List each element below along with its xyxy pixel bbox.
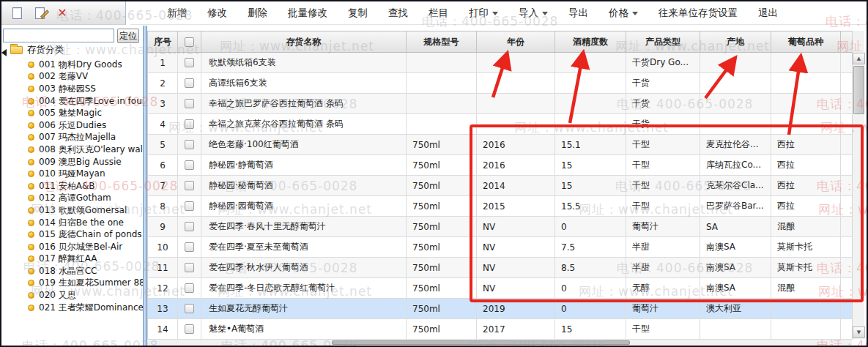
column-header-year[interactable]: 年份 (477, 31, 555, 53)
row-checkbox[interactable] (185, 222, 194, 231)
column-header-spec[interactable]: 规格型号 (407, 31, 477, 53)
vertical-scrollbar[interactable]: ▲ ▼ (852, 31, 864, 339)
table-row[interactable]: 4 幸福之旅克莱尔谷西拉葡萄酒 条码 干货 (148, 114, 852, 135)
sidebar-category-item[interactable]: 006 乐逗Dudies (1, 119, 143, 132)
table-row[interactable]: 6 静秘园·静葡萄酒 750ml 2016 15 干型 库纳瓦拉Co... 西拉 (148, 155, 852, 176)
menu-item-label: 修改 (207, 7, 227, 20)
cell-seq: 4 (148, 114, 178, 135)
vertical-scroll-thumb[interactable] (853, 66, 864, 114)
table-row[interactable]: 14 魅桀•A葡萄酒 750ml 2017 15 干型 (148, 319, 852, 340)
menu-item[interactable]: 价格 (603, 4, 644, 22)
orange-dot-icon (28, 134, 34, 141)
category-item-label: 005 魅桀Magic (39, 107, 102, 119)
column-header-origin[interactable]: 产地 (700, 31, 771, 53)
table-row[interactable]: 2 高谭纸箱6支装 干货 (148, 73, 852, 94)
menu-item[interactable]: 栏目 (423, 4, 454, 22)
table-row[interactable]: 5 绝色老藤·100红葡萄酒 750ml 2016 15.1 干型 麦克拉伦谷.… (148, 135, 852, 155)
edit-icon[interactable] (33, 7, 46, 20)
cell-grape (771, 53, 841, 73)
tree-root-category[interactable]: 存货分类 (1, 42, 143, 57)
menu-item[interactable]: 新增 (161, 4, 193, 22)
row-checkbox[interactable] (185, 304, 194, 313)
menu-item[interactable]: 打印 (463, 4, 504, 22)
sidebar-category-item[interactable]: 020 又思 (1, 289, 143, 302)
column-header-seq[interactable]: 序号 (148, 31, 178, 53)
cell-filler (841, 155, 853, 176)
cell-spec: 750ml (407, 319, 477, 340)
category-item-label: 011 安柏A&B (39, 180, 95, 193)
row-checkbox[interactable] (185, 242, 194, 252)
locate-button[interactable]: 定位 (117, 29, 139, 43)
cell-alcohol: 0 (555, 217, 626, 237)
menu-item[interactable]: 导入 (513, 4, 554, 22)
row-checkbox[interactable] (185, 58, 194, 67)
row-checkbox[interactable] (185, 160, 194, 170)
menu-item[interactable]: 导出 (563, 4, 594, 22)
cell-spec: 750ml (407, 135, 477, 155)
sidebar-category-item[interactable]: 005 魅桀Magic (1, 107, 143, 119)
column-header-type[interactable]: 产品类型 (626, 31, 700, 53)
scroll-up-button[interactable]: ▲ (853, 53, 865, 64)
delete-x-icon[interactable]: ✕ (56, 7, 69, 20)
row-checkbox[interactable] (185, 324, 194, 334)
cell-filler (841, 94, 853, 114)
sidebar-category-item[interactable]: 016 贝尔城堡Bel-Air (1, 241, 143, 253)
sidebar-category-item[interactable]: 011 安柏A&B (1, 180, 143, 193)
sidebar-category-item[interactable]: 021 王者荣耀Dominance (1, 302, 143, 314)
table-row[interactable]: 1 歌默颂纸箱6支装 干货Dry Go... (148, 53, 852, 73)
select-all-checkbox[interactable] (185, 37, 194, 47)
horizontal-scroll-thumb[interactable] (332, 340, 630, 345)
sidebar-category-item[interactable]: 003 静秘园SS (1, 83, 143, 95)
sidebar-category-item[interactable]: 007 玛杰拉Majella (1, 132, 143, 144)
column-header-grape[interactable]: 葡萄品种 (771, 31, 841, 53)
sidebar-category-item[interactable]: 001 物料Dry Goods (1, 59, 143, 71)
table-row[interactable]: 13 生如夏花无醇葡萄汁 750ml 2019 0 葡萄汁 澳大利亚 (148, 299, 852, 319)
column-header-alcohol[interactable]: 酒精度数 (555, 31, 626, 53)
sidebar-category-item[interactable]: 004 爱在四季Love in four s (1, 95, 143, 108)
sidebar-category-item[interactable]: 013 歌默颂Gomersal (1, 204, 143, 217)
sidebar-category-item[interactable]: 009 澳思Big Aussie (1, 156, 143, 168)
table-row[interactable]: 11 爱在四季·秋水伊人葡萄酒 750ml NV 8.5 半甜 南澳SA 莫斯卡… (148, 258, 852, 278)
menu-item[interactable]: 往来单位存货设置 (653, 4, 743, 22)
row-checkbox[interactable] (185, 201, 194, 211)
menu-item[interactable]: 删除 (242, 4, 273, 22)
menu-item[interactable]: 批量修改 (282, 4, 333, 22)
column-header-name[interactable]: 存货名称 (201, 31, 407, 53)
table-row[interactable]: 12 爱在四季-冬日恋歌无醇红葡萄汁 750ml NV 0 无醇 南澳SA 混酿 (148, 278, 852, 299)
table-row[interactable]: 7 静秘园·秘葡萄酒 750ml 2014 15 干型 克莱尔谷Cla... 西… (148, 176, 852, 196)
sidebar-category-item[interactable]: 018 水晶宫CC (1, 265, 143, 277)
horizontal-scrollbar[interactable] (147, 340, 852, 346)
sidebar-category-item[interactable]: 010 玛娅Mayan (1, 168, 143, 180)
row-checkbox[interactable] (185, 140, 194, 149)
menu-item-label: 导入 (519, 7, 538, 20)
table-row[interactable]: 3 幸福之旅巴罗萨谷西拉葡萄酒 条码 干货 (148, 94, 852, 114)
sidebar-category-item[interactable]: 017 醉舞红AA (1, 253, 143, 266)
row-checkbox[interactable] (185, 181, 194, 190)
row-checkbox[interactable] (185, 263, 194, 272)
sidebar-category-item[interactable]: 008 奥利沃克O'leary walke (1, 143, 143, 156)
sidebar-category-item[interactable]: 019 生如夏花Summer 88 ju (1, 277, 143, 290)
menu-item[interactable]: 复制 (342, 4, 374, 22)
sidebar-category-item[interactable]: 015 庞德Chain of ponds (1, 228, 143, 241)
sidebar-category-item[interactable]: 014 归宿Be the one (1, 217, 143, 229)
scroll-down-button[interactable]: ▼ (853, 327, 865, 338)
new-document-icon[interactable] (10, 7, 23, 20)
sidebar-category-item[interactable]: 012 高谭Gotham (1, 193, 143, 205)
cell-filler (841, 217, 853, 237)
table-row[interactable]: 10 爱在四季·夏至未至葡萄酒 750ml NV 7.5 半甜 南澳SA 莫斯卡… (148, 237, 852, 258)
cell-origin (700, 53, 771, 73)
row-checkbox[interactable] (185, 78, 194, 88)
table-row[interactable]: 8 静秘园·园葡萄酒 750ml 2015 15.5 干型 巴罗萨谷Bar...… (148, 196, 852, 217)
cell-name: 魅桀•A葡萄酒 (201, 319, 407, 340)
cell-select (178, 176, 201, 196)
row-checkbox[interactable] (185, 283, 194, 293)
table-row[interactable]: 9 爱在四季·春风十里无醇葡萄汁 750ml NV 0 葡萄汁 SA 混酿 (148, 217, 852, 237)
menu-item[interactable]: 修改 (201, 4, 233, 22)
tree-expander-icon[interactable] (1, 49, 7, 56)
row-checkbox[interactable] (185, 119, 194, 129)
menu-item[interactable]: 查找 (382, 4, 414, 22)
row-checkbox[interactable] (185, 99, 194, 108)
sidebar-category-item[interactable]: 002 老藤VV (1, 71, 143, 83)
category-search-input[interactable] (3, 29, 114, 42)
menu-item[interactable]: 退出 (752, 4, 784, 22)
